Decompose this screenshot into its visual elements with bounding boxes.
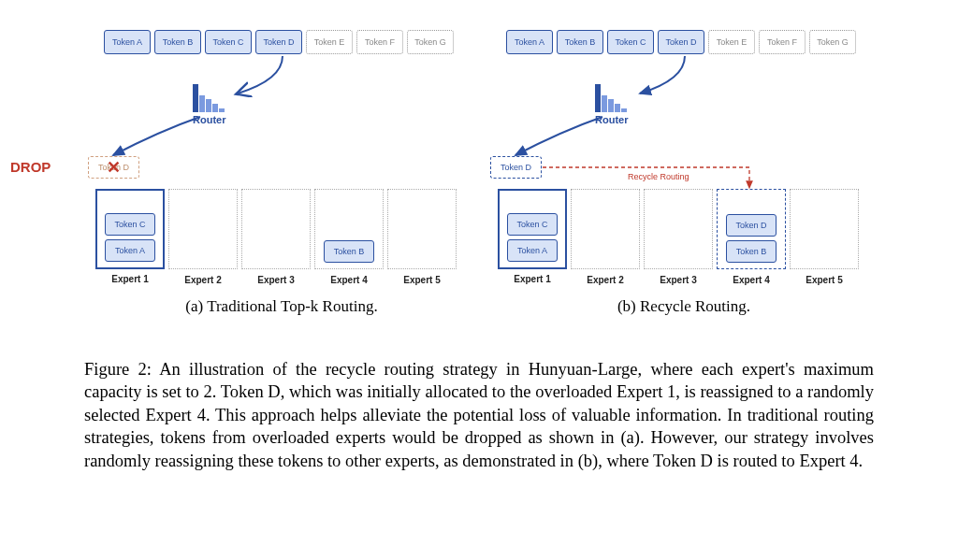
- expert1r-token-c: Token C: [507, 213, 558, 236]
- drop-label: DROP: [10, 159, 51, 175]
- token-row-right: Token A Token B Token C Token D Token E …: [506, 30, 856, 54]
- token-f-r: Token F: [759, 30, 806, 54]
- figure-caption: Figure 2: An illustration of the recycle…: [84, 358, 874, 472]
- recycle-token-d: Token D: [490, 156, 542, 179]
- subcaption-a: (a) Traditional Top-k Routing.: [80, 297, 483, 316]
- token-c: Token C: [205, 30, 252, 54]
- token-row-left: Token A Token B Token C Token D Token E …: [104, 30, 454, 54]
- subcaption-b: (b) Recycle Routing.: [483, 297, 885, 316]
- expert-5: Expert 5: [387, 189, 457, 269]
- router-right: Router: [595, 84, 628, 125]
- expert-4-r: Token D Token B Expert 4: [717, 189, 786, 269]
- expert1-token-c: Token C: [105, 213, 155, 236]
- expert-2: Expert 2: [168, 189, 238, 269]
- expert-5-r: Expert 5: [790, 189, 859, 269]
- router-left: Router: [193, 84, 225, 125]
- expert-3: Expert 3: [241, 189, 311, 269]
- token-e-r: Token E: [708, 30, 755, 54]
- expert-1-r: Token C Token A Expert 1: [498, 189, 567, 269]
- expert1-token-a: Token A: [105, 239, 155, 262]
- token-f: Token F: [356, 30, 403, 54]
- token-d-r: Token D: [658, 30, 704, 54]
- recycle-routing-label: Recycle Routing: [628, 172, 689, 181]
- token-a-r: Token A: [506, 30, 553, 54]
- expert-4: Token B Expert 4: [314, 189, 384, 269]
- caption-prefix: Figure 2:: [84, 360, 159, 379]
- dropped-token-d: Token D ✕: [88, 156, 139, 179]
- figure-2: Token A Token B Token C Token D Token E …: [80, 19, 880, 337]
- token-c-r: Token C: [607, 30, 654, 54]
- expert-3-r: Expert 3: [644, 189, 713, 269]
- token-g-r: Token G: [809, 30, 856, 54]
- expert-1-label: Expert 1: [97, 274, 163, 284]
- token-a: Token A: [104, 30, 151, 54]
- expert4r-token-d: Token D: [726, 214, 777, 237]
- expert-1: Token C Token A Expert 1: [95, 189, 165, 269]
- router-label-r: Router: [595, 114, 628, 125]
- token-b: Token B: [154, 30, 201, 54]
- expert-row-left: Token C Token A Expert 1 Expert 2 Expert…: [95, 189, 457, 269]
- x-mark-icon: ✕: [107, 157, 121, 178]
- token-b-r: Token B: [557, 30, 603, 54]
- token-d: Token D: [255, 30, 302, 54]
- panel-recycle-routing: Token A Token B Token C Token D Token E …: [483, 19, 885, 337]
- router-bar-chart-icon-r: [595, 84, 628, 112]
- expert4r-token-b: Token B: [726, 240, 777, 263]
- expert-row-right: Token C Token A Expert 1 Expert 2 Expert…: [498, 189, 859, 269]
- expert1r-token-a: Token A: [507, 239, 558, 262]
- panel-traditional-routing: Token A Token B Token C Token D Token E …: [80, 19, 483, 337]
- router-bar-chart-icon: [193, 84, 225, 112]
- token-g: Token G: [407, 30, 454, 54]
- router-label: Router: [193, 114, 225, 125]
- arrows-left-panel: [80, 19, 483, 337]
- token-e: Token E: [306, 30, 353, 54]
- caption-body: An illustration of the recycle routing s…: [84, 360, 874, 470]
- expert-2-r: Expert 2: [571, 189, 640, 269]
- expert4-token-b: Token B: [324, 240, 374, 263]
